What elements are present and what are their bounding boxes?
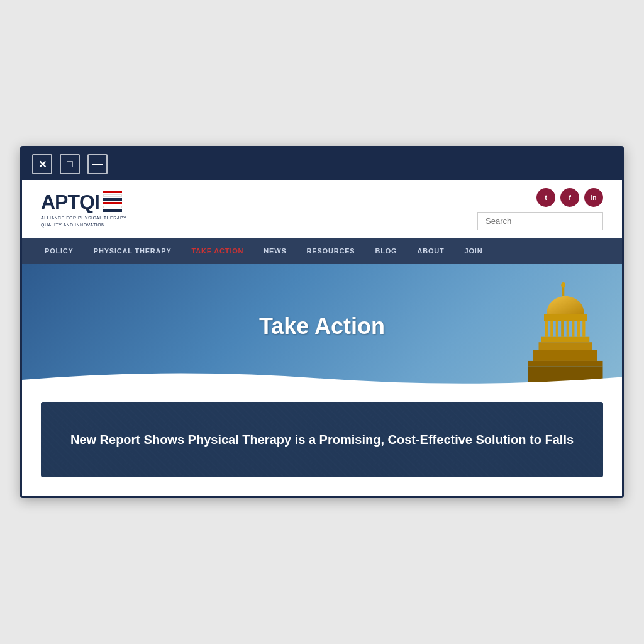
hero-wave	[22, 367, 622, 389]
browser-window: ✕ □ — APTQI	[20, 146, 624, 498]
article-card-title: New Report Shows Physical Therapy is a P…	[45, 415, 599, 464]
nav-item-join[interactable]: JOIN	[455, 238, 493, 264]
svg-point-1	[561, 282, 565, 288]
logo-subtitle-line2: QUALITY AND INNOVATION	[41, 222, 126, 228]
social-icons: t f in	[536, 188, 603, 207]
facebook-icon[interactable]: f	[560, 188, 579, 207]
logo-text: APTQI	[41, 191, 99, 214]
maximize-button[interactable]: □	[60, 154, 80, 174]
nav-item-take-action[interactable]: TAKE ACTION	[182, 238, 254, 264]
logo-brand: APTQI ALLIANCE FOR PHYSICAL THERAPY QUAL…	[41, 191, 126, 228]
svg-rect-14	[533, 350, 597, 361]
site-header: APTQI ALLIANCE FOR PHYSICAL THERAPY QUAL…	[22, 180, 622, 238]
hero-title: Take Action	[259, 313, 385, 340]
site-nav: POLICY PHYSICAL THERAPY TAKE ACTION NEWS…	[22, 238, 622, 264]
minimize-button[interactable]: —	[87, 154, 108, 174]
article-card[interactable]: New Report Shows Physical Therapy is a P…	[41, 402, 603, 477]
close-button[interactable]: ✕	[32, 154, 52, 174]
linkedin-icon[interactable]: in	[584, 188, 603, 207]
svg-rect-3	[544, 314, 587, 321]
article-section: New Report Shows Physical Therapy is a P…	[22, 389, 622, 496]
search-input[interactable]	[477, 212, 603, 230]
svg-rect-11	[582, 321, 585, 337]
browser-content: APTQI ALLIANCE FOR PHYSICAL THERAPY QUAL…	[22, 180, 622, 496]
svg-rect-6	[556, 321, 558, 337]
header-right: t f in	[477, 188, 603, 230]
twitter-icon[interactable]: t	[536, 188, 555, 207]
svg-rect-12	[541, 337, 590, 343]
svg-rect-5	[550, 321, 553, 337]
nav-item-physical-therapy[interactable]: PHYSICAL THERAPY	[84, 238, 182, 264]
svg-rect-13	[539, 342, 592, 350]
logo-area[interactable]: APTQI ALLIANCE FOR PHYSICAL THERAPY QUAL…	[41, 191, 126, 228]
logo-subtitle-line1: ALLIANCE FOR PHYSICAL THERAPY	[41, 215, 126, 221]
nav-item-resources[interactable]: RESOURCES	[297, 238, 365, 264]
nav-item-about[interactable]: ABOUT	[407, 238, 454, 264]
nav-item-blog[interactable]: BLOG	[365, 238, 407, 264]
hero-banner: Take Action	[22, 264, 622, 389]
svg-rect-8	[567, 321, 569, 337]
svg-rect-15	[528, 361, 603, 367]
nav-item-news[interactable]: NEWS	[253, 238, 296, 264]
svg-rect-10	[577, 321, 580, 337]
logo-flag	[103, 191, 122, 213]
svg-rect-9	[572, 321, 574, 337]
svg-rect-4	[545, 321, 548, 337]
nav-item-policy[interactable]: POLICY	[35, 238, 84, 264]
window-titlebar: ✕ □ —	[22, 148, 622, 180]
svg-rect-7	[561, 321, 564, 337]
